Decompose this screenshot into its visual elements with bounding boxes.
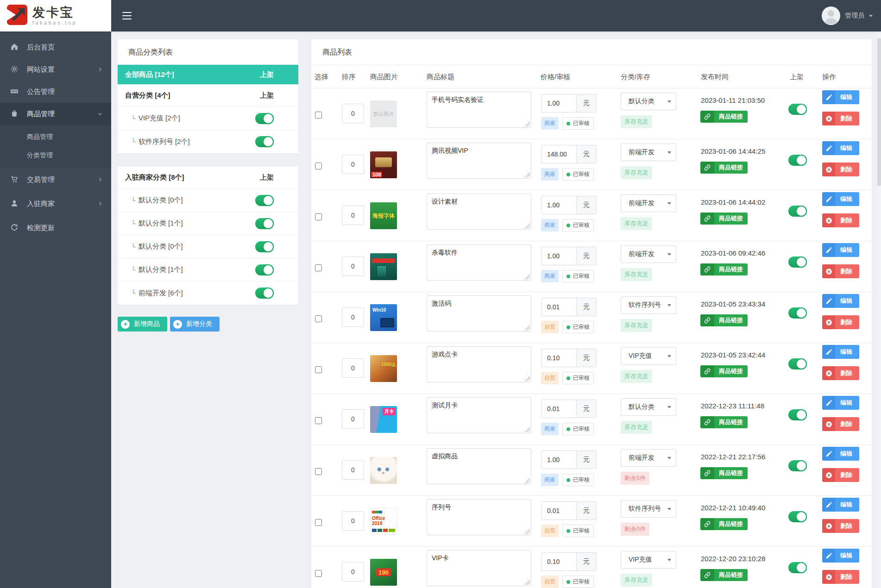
price-input[interactable] <box>541 247 576 265</box>
price-input[interactable] <box>541 94 576 112</box>
price-input[interactable] <box>541 400 576 418</box>
on-shelf-toggle[interactable] <box>788 307 807 319</box>
category-row[interactable]: └ 默认分类 [0个] <box>118 235 298 258</box>
on-shelf-toggle[interactable] <box>788 155 807 166</box>
category-row[interactable]: 入驻商家分类 [8个] 上架 <box>118 167 298 189</box>
edit-button[interactable]: 编辑 <box>822 192 859 206</box>
add-category-button[interactable]: + 新增分类 <box>170 317 220 332</box>
edit-button[interactable]: 编辑 <box>822 90 859 104</box>
category-toggle[interactable] <box>255 218 274 229</box>
product-link-button[interactable]: 商品链接 <box>700 111 748 123</box>
on-shelf-toggle[interactable] <box>788 409 807 420</box>
category-row[interactable]: └ VIP充值 [2个] <box>118 107 298 130</box>
edit-button[interactable]: 编辑 <box>822 345 859 359</box>
delete-button[interactable]: 删除 <box>822 213 859 227</box>
product-link-button[interactable]: 商品链接 <box>700 365 748 377</box>
sort-input[interactable] <box>342 104 364 123</box>
category-row[interactable]: └ 前端开发 [6个] <box>118 281 298 305</box>
category-row[interactable]: └ 默认分类 [1个] <box>118 258 298 281</box>
category-select[interactable]: 前端开发 <box>621 144 676 161</box>
row-select-checkbox[interactable] <box>315 112 322 119</box>
title-textarea[interactable] <box>427 244 531 281</box>
title-textarea[interactable] <box>427 346 531 382</box>
delete-button[interactable]: 删除 <box>822 417 859 431</box>
category-row[interactable]: 自营分类 [4个] 上架 <box>118 85 298 107</box>
edit-button[interactable]: 编辑 <box>822 243 859 257</box>
category-select[interactable]: 默认分类 <box>621 398 676 416</box>
edit-button[interactable]: 编辑 <box>822 294 859 308</box>
delete-button[interactable]: 删除 <box>822 519 859 533</box>
product-link-button[interactable]: 商品链接 <box>700 314 748 326</box>
row-select-checkbox[interactable] <box>315 264 322 271</box>
sidebar-item-trade-management[interactable]: 交易管理 <box>0 168 111 192</box>
product-link-button[interactable]: 商品链接 <box>700 162 748 174</box>
category-toggle[interactable] <box>255 136 274 147</box>
category-select[interactable]: 前端开发 <box>621 194 676 212</box>
on-shelf-toggle[interactable] <box>788 460 807 471</box>
title-textarea[interactable] <box>427 550 531 586</box>
category-toggle[interactable] <box>255 113 274 124</box>
category-row[interactable]: └ 默认分类 [0个] <box>118 189 298 212</box>
category-toggle[interactable] <box>255 264 274 275</box>
on-shelf-toggle[interactable] <box>788 562 807 573</box>
category-toggle[interactable] <box>255 288 274 299</box>
user-menu[interactable]: 管理员 <box>822 0 873 31</box>
product-link-button[interactable]: 商品链接 <box>700 213 748 225</box>
sidebar-item-dashboard[interactable]: 后台首页 <box>0 36 111 58</box>
edit-button[interactable]: 编辑 <box>822 498 859 512</box>
sort-input[interactable] <box>342 206 364 225</box>
title-textarea[interactable] <box>427 92 531 128</box>
delete-button[interactable]: 删除 <box>822 468 859 482</box>
sort-input[interactable] <box>342 256 364 276</box>
price-input[interactable] <box>541 196 576 214</box>
sort-input[interactable] <box>342 307 364 327</box>
row-select-checkbox[interactable] <box>315 519 322 526</box>
delete-button[interactable]: 删除 <box>822 315 859 329</box>
delete-button[interactable]: 删除 <box>822 264 859 278</box>
price-input[interactable] <box>541 502 576 519</box>
product-link-button[interactable]: 商品链接 <box>700 569 748 581</box>
title-textarea[interactable] <box>427 194 531 230</box>
product-link-button[interactable]: 商品链接 <box>700 518 748 530</box>
sidebar-item-product-management[interactable]: 商品管理 <box>0 103 111 125</box>
product-link-button[interactable]: 商品链接 <box>700 467 748 479</box>
product-link-button[interactable]: 商品链接 <box>700 416 748 428</box>
sort-input[interactable] <box>342 562 364 582</box>
sort-input[interactable] <box>342 155 364 174</box>
price-input[interactable] <box>541 553 576 570</box>
edit-button[interactable]: 编辑 <box>822 141 859 155</box>
price-input[interactable] <box>541 349 576 367</box>
sort-input[interactable] <box>342 460 364 480</box>
edit-button[interactable]: 编辑 <box>822 549 859 563</box>
sidebar-subitem-product-manage[interactable]: 商品管理 <box>0 128 111 146</box>
price-input[interactable] <box>541 451 576 469</box>
category-select[interactable]: 默认分类 <box>621 93 676 110</box>
sidebar-item-site-settings[interactable]: 网站设置 <box>0 58 111 81</box>
category-select[interactable]: VIP充值 <box>621 551 676 569</box>
row-select-checkbox[interactable] <box>315 163 322 169</box>
category-row[interactable]: └ 软件序列号 [2个] <box>118 130 298 153</box>
sort-input[interactable] <box>342 358 364 378</box>
on-shelf-toggle[interactable] <box>788 256 807 268</box>
on-shelf-toggle[interactable] <box>788 511 807 522</box>
row-select-checkbox[interactable] <box>315 366 322 373</box>
product-link-button[interactable]: 商品链接 <box>700 263 748 275</box>
sidebar-subitem-category-manage[interactable]: 分类管理 <box>0 146 111 165</box>
edit-button[interactable]: 编辑 <box>822 396 859 410</box>
category-row[interactable]: └ 默认分类 [1个] <box>118 212 298 235</box>
on-shelf-toggle[interactable] <box>788 206 807 217</box>
sidebar-collapse-icon[interactable] <box>122 12 132 19</box>
category-toggle[interactable] <box>255 241 274 252</box>
title-textarea[interactable] <box>427 143 531 179</box>
category-select[interactable]: 软件序列号 <box>621 500 676 518</box>
row-select-checkbox[interactable] <box>315 570 322 577</box>
category-row[interactable]: 全部商品 [12个] 上架 <box>118 65 298 85</box>
category-select[interactable]: 软件序列号 <box>621 296 676 314</box>
category-select[interactable]: VIP充值 <box>621 347 676 365</box>
category-select[interactable]: 前端开发 <box>621 449 676 467</box>
scrollbar-thumb[interactable] <box>877 38 881 186</box>
title-textarea[interactable] <box>427 499 531 535</box>
row-select-checkbox[interactable] <box>315 417 322 424</box>
title-textarea[interactable] <box>427 397 531 433</box>
row-select-checkbox[interactable] <box>315 315 322 322</box>
